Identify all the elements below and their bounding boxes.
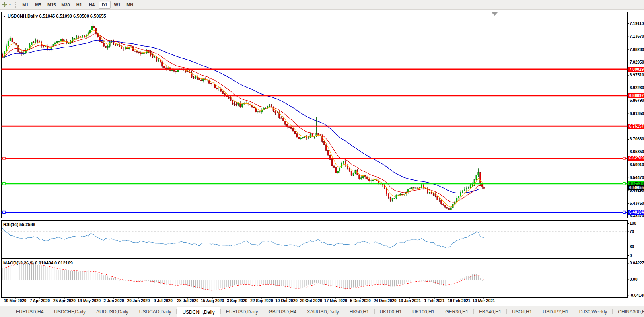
tf-button-mn[interactable]: MN	[124, 1, 136, 9]
tab-dj30-weekly[interactable]: DJ30,Weekly	[574, 306, 612, 317]
tab-separator	[612, 309, 613, 314]
tab-usdcad-daily[interactable]: USDCAD,Daily	[134, 306, 176, 317]
timeframe-toolbar: ▼ M1M5M15M30H1H4D1W1MN	[0, 0, 644, 10]
chart-canvas[interactable]	[0, 0, 644, 317]
tab-separator	[263, 309, 263, 314]
tab-separator	[574, 309, 574, 314]
tab-fra40-h1[interactable]: FRA40,H1	[474, 306, 506, 317]
tab-eurusd-daily[interactable]: EURUSD,Daily	[221, 306, 263, 317]
tf-button-m30[interactable]: M30	[59, 1, 72, 9]
tab-xauusd-daily[interactable]: XAUUSD,Daily	[302, 306, 344, 317]
tab-separator	[134, 309, 134, 314]
tab-separator	[91, 309, 91, 314]
tab-gbpusd-h4[interactable]: GBPUSD,H4	[264, 306, 301, 317]
hline-handle[interactable]	[3, 182, 5, 185]
hline-handle[interactable]	[623, 211, 625, 214]
tab-audusd-daily[interactable]: AUDUSD,Daily	[91, 306, 133, 317]
tab-separator	[407, 309, 407, 314]
hline-handle[interactable]	[623, 182, 625, 185]
tab-usdchf-daily[interactable]: USDCHF,Daily	[49, 306, 90, 317]
tab-usoil-h1[interactable]: USOil,H1	[507, 306, 537, 317]
tf-button-d1[interactable]: D1	[99, 1, 111, 9]
tab-uk100-h1[interactable]: UK100,H1	[408, 306, 439, 317]
tf-button-h4[interactable]: H4	[86, 1, 98, 9]
tab-separator	[302, 309, 302, 314]
tab-separator	[344, 309, 344, 314]
tab-hk50-h1[interactable]: HK50,H1	[345, 306, 374, 317]
tab-uk100-h1[interactable]: UK100,H1	[375, 306, 407, 317]
tab-separator	[220, 309, 221, 314]
tab-separator	[374, 309, 375, 314]
hline-handle[interactable]	[3, 157, 5, 159]
tab-eurusd-h4[interactable]: EURUSD,H4	[11, 306, 48, 317]
cursor-tool-icon[interactable]	[1, 1, 8, 8]
tab-separator	[473, 309, 474, 314]
tab-china300-h1[interactable]: CHINA300,H1	[613, 306, 644, 317]
tf-button-m1[interactable]: M1	[19, 1, 31, 9]
tf-button-m15[interactable]: M15	[45, 1, 58, 9]
tab-usdjpy-h1[interactable]: USDJPY,H1	[538, 306, 573, 317]
tab-separator	[537, 309, 537, 314]
instrument-tab-bar: EURUSD,H4USDCHF,DailyAUDUSD,DailyUSDCAD,…	[0, 306, 644, 317]
toolbar-drag-grip[interactable]	[15, 2, 16, 8]
tab-separator	[49, 309, 49, 314]
tab-separator	[440, 309, 440, 314]
tf-button-w1[interactable]: W1	[111, 1, 123, 9]
hline-handle[interactable]	[623, 157, 625, 159]
hline-handle[interactable]	[3, 211, 5, 214]
tf-button-m5[interactable]: M5	[32, 1, 44, 9]
cursor-tool-dropdown-icon[interactable]: ▼	[8, 3, 12, 6]
tf-button-h1[interactable]: H1	[73, 1, 85, 9]
tab-separator	[506, 309, 507, 314]
tab-separator	[176, 309, 177, 314]
tab-ger30-h1[interactable]: GER30,H1	[440, 306, 473, 317]
tab-usdcnh-daily[interactable]: USDCNH,Daily	[177, 307, 220, 317]
